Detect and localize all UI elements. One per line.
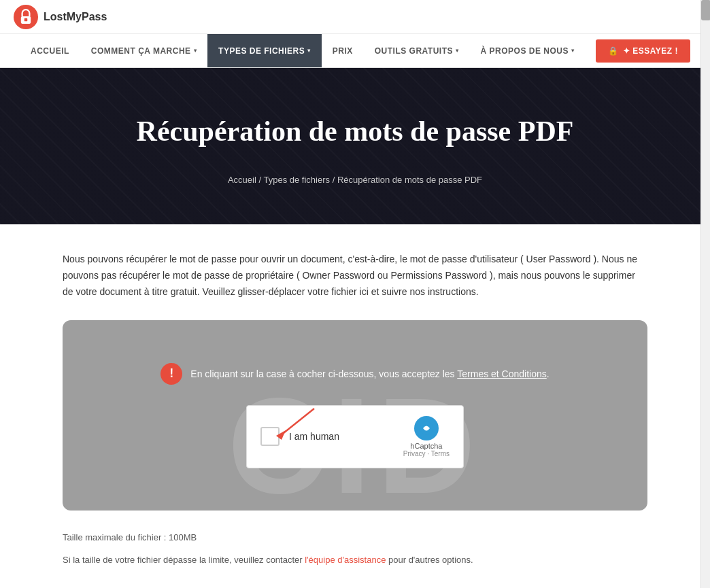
chevron-down-icon: ▾: [571, 48, 575, 54]
nav-item-comment[interactable]: COMMENT ÇA MARCHE ▾: [80, 34, 207, 67]
hcaptcha-brand-text: hCaptcha: [410, 442, 442, 450]
nav-link-apropos[interactable]: À PROPOS DE NOUS ▾: [470, 34, 586, 67]
hcaptcha-terms-link[interactable]: Terms: [431, 450, 450, 457]
captcha-right: hCaptcha Privacy · Terms: [403, 416, 450, 457]
svg-marker-4: [276, 430, 286, 440]
warning-text: En cliquant sur la case à cocher ci-dess…: [190, 368, 549, 379]
terms-warning: ! En cliquant sur la case à cocher ci-de…: [160, 363, 549, 385]
arrow-indicator: [267, 402, 321, 443]
terms-link[interactable]: Termes et Conditions: [457, 368, 547, 379]
hcaptcha-links: Privacy · Terms: [403, 450, 450, 457]
hcaptcha-logo-icon: [414, 416, 439, 440]
nav-item-outils[interactable]: OUTILS GRATUITS ▾: [364, 34, 470, 67]
hero-section: Récupération de mots de passe PDF Accuei…: [0, 68, 710, 224]
nav-item-accueil[interactable]: ACCUEIL: [20, 34, 80, 67]
max-file-size: Taille maximale du fichier : 100MB: [63, 531, 647, 545]
page-title: Récupération de mots de passe PDF: [137, 115, 574, 148]
svg-line-3: [280, 409, 314, 436]
chevron-down-icon: ▾: [456, 48, 459, 54]
nav-link-prix[interactable]: PRIX: [322, 34, 364, 67]
breadcrumb-home[interactable]: Accueil: [228, 175, 256, 185]
logo-text: LostMyPass: [44, 11, 107, 23]
scrollbar[interactable]: [700, 0, 710, 588]
svg-rect-2: [24, 18, 28, 21]
chevron-down-icon: ▾: [307, 48, 311, 54]
lock-icon: 🔒: [608, 46, 619, 56]
scrollbar-thumb[interactable]: [701, 0, 710, 20]
support-link[interactable]: l'équipe d'assistance: [305, 555, 386, 565]
nav-link-comment[interactable]: COMMENT ÇA MARCHE ▾: [80, 34, 207, 67]
nav-item-types[interactable]: TYPES DE FICHIERS ▾: [207, 34, 322, 67]
footer-info: Taille maximale du fichier : 100MB Si la…: [63, 531, 647, 568]
description-text: Nous pouvons récupérer le mot de passe p…: [63, 252, 647, 300]
breadcrumb-current: Récupération de mots de passe PDF: [337, 175, 482, 185]
logo-link[interactable]: LostMyPass: [14, 5, 107, 29]
nav-link-outils[interactable]: OUTILS GRATUITS ▾: [364, 34, 470, 67]
hcaptcha-privacy-link[interactable]: Privacy: [403, 450, 426, 457]
warning-icon: !: [160, 363, 182, 385]
nav-link-accueil[interactable]: ACCUEIL: [20, 34, 80, 67]
nav-item-prix[interactable]: PRIX: [322, 34, 364, 67]
main-content: Nous pouvons récupérer le mot de passe p…: [49, 224, 661, 588]
nav-item-apropos[interactable]: À PROPOS DE NOUS ▾: [470, 34, 586, 67]
header: LostMyPass: [0, 0, 710, 34]
breadcrumb-separator-2: /: [333, 175, 337, 185]
try-button[interactable]: 🔒 ✦ ESSAYEZ !: [596, 39, 690, 63]
upload-box[interactable]: ! En cliquant sur la case à cocher ci-de…: [63, 320, 647, 511]
nav-link-types[interactable]: TYPES DE FICHIERS ▾: [207, 34, 322, 67]
logo-icon: [14, 5, 38, 29]
contact-info: Si la taille de votre fichier dépasse la…: [63, 553, 647, 568]
breadcrumb: Accueil / Types de fichiers / Récupérati…: [228, 175, 482, 185]
main-nav: ACCUEIL COMMENT ÇA MARCHE ▾ TYPES DE FIC…: [0, 34, 710, 68]
nav-cta[interactable]: 🔒 ✦ ESSAYEZ !: [585, 34, 690, 67]
hcaptcha-svg: [419, 421, 434, 436]
breadcrumb-types[interactable]: Types de fichiers: [263, 175, 330, 185]
chevron-down-icon: ▾: [194, 48, 197, 54]
